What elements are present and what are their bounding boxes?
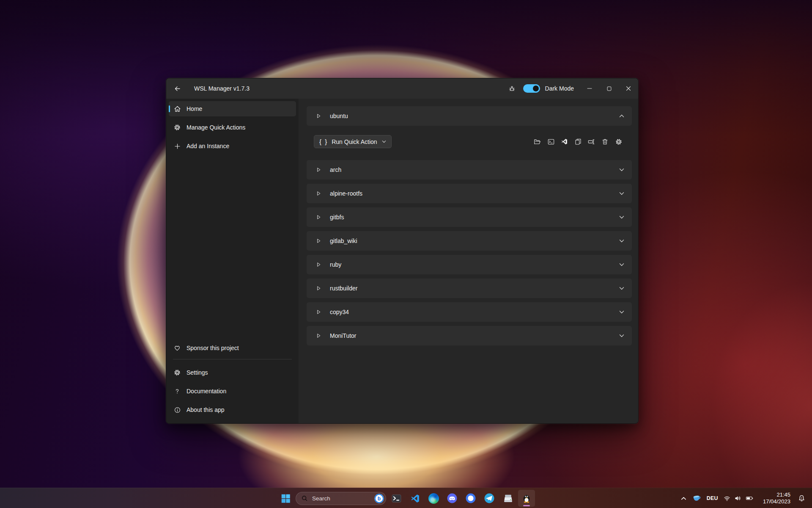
chevron-up-icon <box>681 497 686 500</box>
keyboard-language-label: DEU <box>707 495 718 501</box>
notifications-button[interactable]: z <box>795 490 808 507</box>
battery-icon <box>745 494 754 502</box>
sidebar-item-manage-quick-actions[interactable]: Manage Quick Actions <box>169 120 296 135</box>
play-icon <box>316 190 321 196</box>
play-icon <box>316 285 321 291</box>
svg-text:z: z <box>801 497 802 499</box>
rename-icon <box>587 138 595 146</box>
sidebar-item-documentation[interactable]: Documentation <box>169 384 296 399</box>
back-button[interactable] <box>170 81 185 96</box>
sidebar-item-home[interactable]: Home <box>169 101 296 116</box>
titlebar-controls: Dark Mode <box>505 78 638 99</box>
gear-icon <box>173 368 181 377</box>
taskbar-app-wsl-manager[interactable] <box>518 490 535 507</box>
edge-icon <box>428 493 439 504</box>
taskbar-apps <box>388 490 535 507</box>
taskbar-app-windows-terminal[interactable] <box>388 490 405 507</box>
sidebar: HomeManage Quick ActionsAdd an Instance … <box>166 99 299 423</box>
sidebar-item-label: About this app <box>187 406 225 413</box>
instance-row-monitutor[interactable]: MoniTutor <box>307 326 632 345</box>
instance-label: gitbfs <box>330 214 344 221</box>
bug-report-button[interactable] <box>505 81 519 96</box>
taskbar-app-signal[interactable] <box>462 490 479 507</box>
sidebar-item-add-an-instance[interactable]: Add an Instance <box>169 138 296 154</box>
sidebar-item-label: Manage Quick Actions <box>187 124 245 131</box>
tray-date: 17/04/2023 <box>763 498 790 505</box>
instance-label: ruby <box>330 261 341 268</box>
chevron-up-icon <box>619 114 624 118</box>
discord-icon <box>447 493 458 504</box>
sidebar-item-label: Settings <box>187 369 208 376</box>
open-vscode-button[interactable] <box>560 137 568 147</box>
chevron-down-icon <box>619 168 624 171</box>
taskbar-app-telegram[interactable] <box>481 490 498 507</box>
instance-row-arch[interactable]: arch <box>307 160 632 179</box>
question-icon <box>173 387 181 395</box>
delete-button[interactable] <box>601 137 609 147</box>
instance-settings-button[interactable] <box>614 137 623 147</box>
keyboard-language-button[interactable]: DEU <box>705 490 720 507</box>
chevron-down-icon <box>619 287 624 290</box>
duplicate-button[interactable] <box>574 137 582 147</box>
instance-group-expanded: ubuntu { } Run Quick Action <box>307 106 632 160</box>
play-icon <box>316 262 321 268</box>
signal-icon <box>465 493 476 504</box>
window-title: WSL Manager v1.7.3 <box>194 85 250 92</box>
system-tray: DEU 21:45 17/04/2023 z <box>679 488 812 508</box>
instance-row-gitbfs[interactable]: gitbfs <box>307 207 632 227</box>
chevron-down-icon <box>619 239 624 243</box>
open-folder-icon <box>533 138 541 146</box>
close-button[interactable] <box>619 78 638 99</box>
open-folder-button[interactable] <box>533 137 541 147</box>
play-icon <box>316 238 321 244</box>
maximize-button[interactable] <box>599 78 619 99</box>
duplicate-icon <box>574 138 582 146</box>
play-icon <box>316 333 321 339</box>
instance-label: gitlab_wiki <box>330 237 357 244</box>
chevron-down-icon <box>619 263 624 266</box>
taskbar-app-scanner[interactable] <box>499 490 516 507</box>
instance-row-rustbuilder[interactable]: rustbuilder <box>307 279 632 298</box>
rename-button[interactable] <box>587 137 595 147</box>
close-icon <box>626 86 631 91</box>
sidebar-item-label: Sponsor this project <box>187 345 239 351</box>
start-button[interactable] <box>277 490 294 507</box>
open-terminal-button[interactable] <box>547 137 555 147</box>
chevron-down-icon <box>619 192 624 195</box>
tray-cup-app-button[interactable] <box>689 490 704 507</box>
vscode-icon <box>410 493 420 504</box>
braces-icon: { } <box>319 138 328 145</box>
wifi-icon <box>723 495 731 502</box>
hidden-icons-button[interactable] <box>679 490 689 507</box>
run-quick-action-button[interactable]: { } Run Quick Action <box>314 135 392 148</box>
taskbar-app-vscode[interactable] <box>406 490 423 507</box>
dark-mode-toggle[interactable] <box>523 84 540 93</box>
network-volume-battery-button[interactable] <box>721 490 756 507</box>
clock-button[interactable]: 21:45 17/04/2023 <box>761 490 793 507</box>
bing-chat-icon[interactable]: b <box>374 493 384 504</box>
instance-row-ruby[interactable]: ruby <box>307 255 632 274</box>
run-quick-action-label: Run Quick Action <box>332 138 377 145</box>
back-arrow-icon <box>174 85 181 92</box>
instance-label: arch <box>330 166 341 173</box>
instance-row-gitlab-wiki[interactable]: gitlab_wiki <box>307 231 632 251</box>
taskbar-app-discord[interactable] <box>444 490 461 507</box>
instance-row-ubuntu[interactable]: ubuntu <box>307 106 632 126</box>
search-input[interactable]: Search b <box>296 492 386 505</box>
maximize-icon <box>607 86 612 91</box>
sidebar-item-sponsor-this-project[interactable]: Sponsor this project <box>169 340 296 356</box>
sidebar-bottom-group: Sponsor this projectSettingsDocumentatio… <box>169 340 296 421</box>
cup-icon <box>691 493 702 503</box>
taskbar-app-edge[interactable] <box>425 490 442 507</box>
minimize-icon <box>587 86 592 91</box>
sidebar-item-settings[interactable]: Settings <box>169 365 296 380</box>
instance-row-alpine-rootfs[interactable]: alpine-rootfs <box>307 184 632 203</box>
minimize-button[interactable] <box>580 78 599 99</box>
sidebar-item-about-this-app[interactable]: About this app <box>169 402 296 417</box>
play-icon <box>316 167 321 173</box>
taskbar: Search b DEU 21:45 17/04/2023 <box>0 488 812 508</box>
taskbar-center-group: Search b <box>277 490 535 507</box>
window-titlebar: WSL Manager v1.7.3 Dark Mode <box>166 78 638 99</box>
instance-row-copy34[interactable]: copy34 <box>307 302 632 322</box>
chevron-down-icon <box>619 310 624 314</box>
